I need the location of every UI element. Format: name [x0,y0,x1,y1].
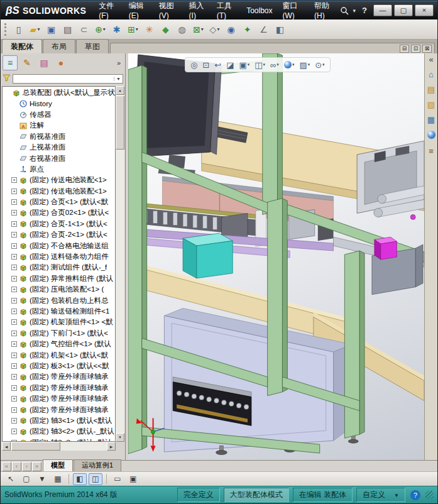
zoom-fit-button[interactable]: ◎ [190,60,197,70]
zoom-area-button[interactable]: ⊡ [202,60,209,70]
tree-item-19[interactable]: +(固定) 输送链检测组件<1 [3,306,115,317]
expand-toggle[interactable]: + [11,429,17,434]
tree-item-6[interactable]: 原点 [3,164,115,175]
design-library-icon[interactable]: ▤ [427,85,435,94]
smart-fasteners-button[interactable]: ✳ [142,22,156,37]
nav-last-button[interactable]: » [32,462,41,471]
tree-item-5[interactable]: 右视基准面 [3,153,115,163]
expand-toggle[interactable]: + [11,319,17,325]
scroll-down-button[interactable]: ▼ [116,433,124,442]
nav-next-button[interactable]: › [22,462,31,471]
section-view-button[interactable]: ◪ [226,60,234,70]
tree-item-7[interactable]: +(固定) 传送电池装配<1> [3,175,115,185]
tree-item-23[interactable]: +(固定) 机架<1> (默认<默 [3,349,115,360]
tree-item-27[interactable]: +(固定) 带座外球面球轴承 [3,393,115,404]
tree-item-8[interactable]: +(固定) 传送电池装配<1> [3,186,115,197]
viewport-arrangement-button[interactable]: ◧ [73,473,87,485]
tree-item-15[interactable]: +(固定) 测试组件 (默认-_f [3,262,115,273]
tree-vertical-scrollbar[interactable]: ▲ ▼ [116,86,124,442]
status-help-icon[interactable]: ? [410,490,420,500]
tree-item-14[interactable]: +(固定) 送料链条动力组件 [3,251,115,262]
new-motion-study-button[interactable]: ◉ [224,22,238,37]
expand-toggle[interactable]: + [11,331,17,336]
reference-geometry-button[interactable]: ◇▾ [207,22,222,37]
help-icon[interactable]: ? [360,6,369,15]
status-large-assembly-mode[interactable]: 大型装配体模式 [224,488,289,502]
tree-horizontal-scrollbar[interactable]: ◀ ▶ [2,442,116,451]
tree-item-9[interactable]: +(固定) 合页<1> (默认<默 [3,197,115,207]
right-machine-module[interactable] [357,141,424,219]
exploded-view-button[interactable]: ✦ [240,22,255,37]
expand-toggle[interactable]: + [11,385,17,391]
expand-toggle[interactable]: + [11,210,17,216]
attach-button[interactable]: ⊂ [77,22,91,37]
tree-item-24[interactable]: +(固定) 板3<1> (默认<<默 [3,361,115,371]
box-select-button[interactable]: ▢ [19,473,33,485]
search-caret-icon[interactable]: ▾ [353,8,356,14]
tree-item-20[interactable]: +(固定) 机架顶组件<1> <默 [3,317,115,327]
menu-file[interactable]: 文件(F) [94,1,123,19]
tree-item-21[interactable]: +(固定) 下前门<1> (默认< [3,328,115,339]
display-grid-button[interactable]: ▦ [51,473,65,485]
menu-toolbox[interactable]: Toolbox [241,1,277,19]
menu-view[interactable]: 视图(V) [154,1,184,19]
tree-item-0[interactable]: History [3,98,115,109]
scroll-left-button[interactable]: ◀ [2,442,11,451]
tree-item-22[interactable]: +(固定) 气控组件<1> (默认 [3,339,115,349]
tab-model[interactable]: 模型 [43,459,73,471]
previous-view-button[interactable]: ↩ [214,60,221,70]
edit-appearance-button[interactable]: ▾ [284,61,295,68]
scroll-right-button[interactable]: ▶ [107,442,116,451]
tree-item-25[interactable]: +(固定) 带座外球面球轴承 [3,371,115,382]
tree-item-18[interactable]: +(固定) 包装机自动上料总 [3,295,115,305]
view-settings-button[interactable]: ⊙▾ [315,60,324,70]
expand-toggle[interactable]: + [11,254,17,260]
display-style-button[interactable]: ◫▾ [255,60,265,70]
status-editing-assembly[interactable]: 在编辑 装配体 [293,488,353,502]
measure-button[interactable]: ∠ [256,22,271,37]
status-customize[interactable]: 自定义▼ [356,488,405,502]
maximize-button[interactable]: ▢ [394,4,413,16]
tree-item-13[interactable]: +(固定) 不合格电池输送组 [3,240,115,251]
show-hidden-components-button[interactable]: ◍ [175,22,189,37]
mate-button[interactable]: ✱ [109,22,124,37]
menu-insert[interactable]: 插入(I) [184,1,212,19]
view-palette-icon[interactable]: ▦ [427,116,435,124]
expand-toggle[interactable]: + [11,353,17,358]
sheet-format-button[interactable]: ▭ [111,473,124,485]
home-icon[interactable]: ⌂ [429,70,434,79]
graphics-viewport[interactable]: ◎⊡↩◪▣▾◫▾∞▾▾▨▾⊙▾ [128,53,424,460]
expand-toggle[interactable]: + [11,232,17,238]
magenta-cube[interactable] [375,237,397,260]
expand-toggle[interactable]: + [11,265,17,270]
tab-motion-study-1[interactable]: 运动算例1 [74,459,121,471]
insert-component-button[interactable]: ⊕▾ [93,22,107,37]
filter-input[interactable] [13,75,114,83]
tree-item-30[interactable]: +(固定) 轴3<2> (默认-_默认 [3,426,115,437]
tree-item-12[interactable]: +(固定) 合页-2<1> (默认< [3,229,115,240]
tree-root[interactable]: 总装配图 (默认<默认_显示状... [3,87,115,98]
tree-item-31[interactable]: +(固定) 轴3<3> (默认<默认 [3,437,115,442]
tab-assembly[interactable]: 装配体 [2,39,42,53]
expand-toggle[interactable]: + [11,407,17,413]
expand-toggle[interactable]: + [11,341,17,347]
menu-edit[interactable]: 编辑(E) [124,1,154,19]
nav-previous-button[interactable]: ‹ [12,462,21,471]
close-button[interactable]: × [415,4,434,16]
vertical-scroll-thumb[interactable] [116,96,124,150]
assembly-3d-model[interactable] [128,53,424,460]
featuremanager-tree-tab[interactable]: ≡ [3,55,18,70]
expand-toggle[interactable]: + [11,363,17,369]
displaymanager-tab[interactable]: ● [53,55,68,70]
move-component-button[interactable]: ◆ [158,22,173,37]
resize-grip[interactable] [425,491,434,499]
tree-item-16[interactable]: +(固定) 异常推料组件 (默认 [3,273,115,284]
save-button[interactable]: ▣ [44,22,58,37]
new-document-button[interactable]: ▯ [11,22,26,37]
print-button[interactable]: ▤ [60,22,75,37]
expand-toggle[interactable]: + [11,298,17,304]
open-button[interactable]: ▰▾ [28,22,42,37]
status-fully-defined[interactable]: 完全定义 [177,488,220,502]
apply-scene-button[interactable]: ▨▾ [299,60,310,70]
quick-save-button[interactable]: ▣ [126,473,140,485]
